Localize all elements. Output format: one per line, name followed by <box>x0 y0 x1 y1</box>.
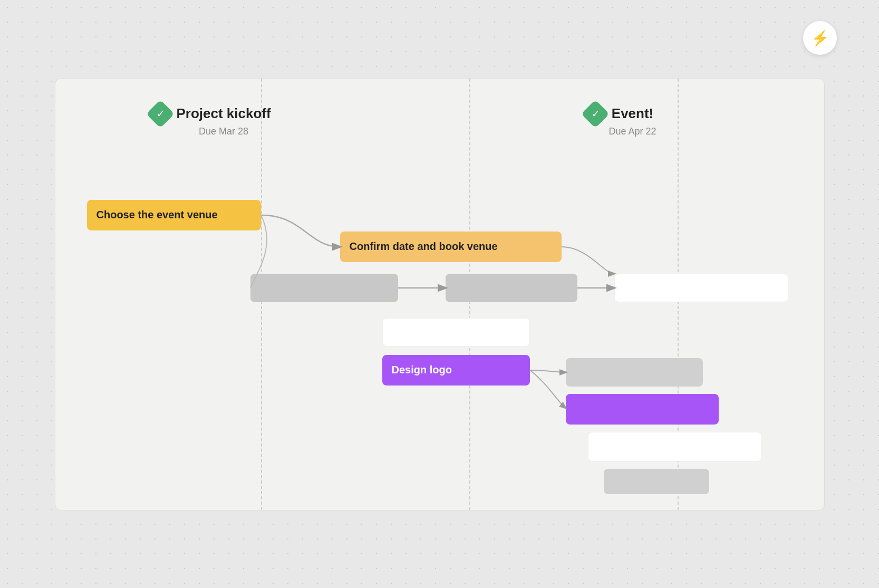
task-design-logo[interactable]: Design logo <box>382 355 530 385</box>
task-choose-venue[interactable]: Choose the event venue <box>87 200 261 230</box>
task-white-1[interactable] <box>614 274 788 302</box>
check-icon-kickoff: ✓ <box>156 108 164 120</box>
task-gray-light-2[interactable] <box>604 469 709 494</box>
milestone-due-kickoff: Due Mar 28 <box>199 126 248 137</box>
milestone-badge-event: ✓ <box>581 100 610 128</box>
lightning-button[interactable]: ⚡ <box>803 21 837 55</box>
milestone-header-kickoff: ✓ Project kickoff <box>150 104 271 124</box>
milestone-due-event: Due Apr 22 <box>609 126 656 137</box>
task-white-3[interactable] <box>588 432 762 461</box>
milestone-event: ✓ Event! Due Apr 22 <box>583 104 656 137</box>
milestone-title-event: Event! <box>612 105 653 122</box>
milestone-badge-kickoff: ✓ <box>146 100 175 128</box>
check-icon-event: ✓ <box>591 108 599 120</box>
task-purple-2[interactable] <box>566 394 719 425</box>
task-white-2[interactable] <box>382 318 530 346</box>
milestone-header-event: ✓ Event! <box>585 104 653 124</box>
task-confirm-date[interactable]: Confirm date and book venue <box>340 232 562 262</box>
lightning-icon: ⚡ <box>811 30 829 47</box>
milestone-project-kickoff: ✓ Project kickoff Due Mar 28 <box>150 104 271 137</box>
gantt-canvas: ✓ Project kickoff Due Mar 28 ✓ Event! Du… <box>55 78 825 510</box>
task-gray-1[interactable] <box>250 274 398 302</box>
task-gray-2[interactable] <box>446 274 577 302</box>
milestone-title-kickoff: Project kickoff <box>177 105 271 122</box>
task-gray-light-1[interactable] <box>566 358 703 387</box>
